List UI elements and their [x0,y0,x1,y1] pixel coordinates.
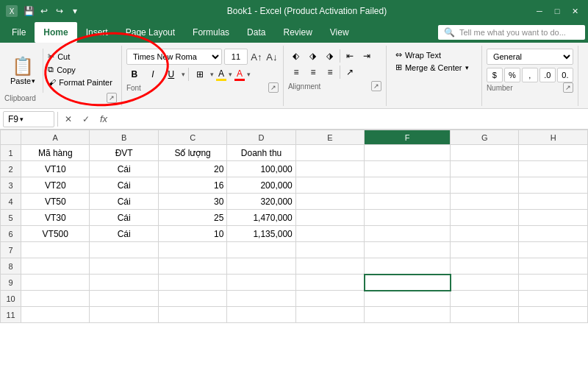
italic-button[interactable]: I [145,66,161,82]
row-header-8[interactable]: 8 [1,258,21,275]
cell-d9[interactable] [227,275,295,291]
cell-b9[interactable] [90,275,158,291]
cell-g2[interactable] [451,161,519,177]
cell-g9[interactable] [451,275,519,291]
row-header-6[interactable]: 6 [1,226,21,242]
row-header-11[interactable]: 11 [1,307,21,323]
cell-f3[interactable] [365,177,451,194]
cell-d10[interactable] [227,291,295,307]
cell-g7[interactable] [451,242,519,258]
cell-h8[interactable] [519,258,588,275]
cell-g6[interactable] [451,226,519,242]
formula-input[interactable] [114,113,585,125]
search-box[interactable]: 🔍 Tell me what you want to do... [438,25,585,40]
cell-b8[interactable] [90,258,158,275]
cell-f7[interactable] [365,242,451,258]
col-header-f[interactable]: F [365,130,451,145]
cell-f9[interactable] [365,275,451,291]
row-header-7[interactable]: 7 [1,242,21,258]
comma-button[interactable]: , [522,68,538,82]
menu-file[interactable]: File [3,22,35,43]
cell-g1[interactable] [451,145,519,161]
cell-a1[interactable]: Mã hàng [21,145,90,161]
close-button[interactable]: ✕ [567,4,582,18]
cell-e11[interactable] [295,307,364,323]
cell-e4[interactable] [295,194,364,210]
confirm-formula-button[interactable]: ✓ [79,112,93,127]
paste-button[interactable]: 📋 Paste ▾ [4,49,41,93]
cell-e6[interactable] [295,226,364,242]
cell-e3[interactable] [295,177,364,194]
currency-button[interactable]: $ [487,68,503,82]
cell-a4[interactable]: VT50 [21,194,90,210]
cell-f2[interactable] [365,161,451,177]
cell-c2[interactable]: 20 [158,161,226,177]
cell-e9[interactable] [295,275,364,291]
row-header-3[interactable]: 3 [1,177,21,194]
format-painter-button[interactable]: 🖌 Format Painter [45,77,115,88]
row-header-1[interactable]: 1 [1,145,21,161]
cell-h1[interactable] [519,145,588,161]
menu-review[interactable]: Review [274,22,320,43]
cell-b4[interactable]: Cái [90,194,158,210]
increase-decimal[interactable]: 0. [557,68,573,82]
underline-button[interactable]: U [163,66,179,82]
cell-f1[interactable] [365,145,451,161]
menu-data[interactable]: Data [238,22,274,43]
align-right[interactable]: ≡ [322,65,338,79]
font-name-select[interactable]: Times New Roma [126,49,222,65]
copy-button[interactable]: ⧉ Copy [45,63,115,76]
cell-g10[interactable] [451,291,519,307]
cell-reference-box[interactable]: F9 ▾ [3,111,54,127]
row-header-5[interactable]: 5 [1,210,21,226]
cell-g8[interactable] [451,258,519,275]
decrease-indent[interactable]: ⇤ [342,49,358,63]
align-left[interactable]: ≡ [288,65,304,79]
cell-b1[interactable]: ĐVT [90,145,158,161]
cell-f8[interactable] [365,258,451,275]
percent-button[interactable]: % [504,68,520,82]
align-center[interactable]: ≡ [305,65,321,79]
font-expand[interactable]: ↗ [268,82,279,93]
cell-b2[interactable]: Cái [90,161,158,177]
cell-g3[interactable] [451,177,519,194]
cell-h2[interactable] [519,161,588,177]
cell-e2[interactable] [295,161,364,177]
border-button[interactable]: ⊞ [192,66,208,82]
menu-page-layout[interactable]: Page Layout [117,22,184,43]
cell-f11[interactable] [365,307,451,323]
cell-f5[interactable] [365,210,451,226]
number-expand[interactable]: ↗ [563,82,573,93]
cell-d3[interactable]: 200,000 [227,177,295,194]
cell-d8[interactable] [227,258,295,275]
minimize-button[interactable]: ─ [532,4,547,18]
cell-h10[interactable] [519,291,588,307]
cell-d1[interactable]: Doanh thu [227,145,295,161]
cell-c3[interactable]: 16 [158,177,226,194]
row-header-10[interactable]: 10 [1,291,21,307]
cell-c10[interactable] [158,291,226,307]
align-top-right[interactable]: ⬗ [322,49,338,63]
cell-g11[interactable] [451,307,519,323]
cell-h7[interactable] [519,242,588,258]
cell-c4[interactable]: 30 [158,194,226,210]
cell-c5[interactable]: 25 [158,210,226,226]
cell-c9[interactable] [158,275,226,291]
cancel-formula-button[interactable]: ✕ [61,112,76,127]
save-icon[interactable]: 💾 [22,4,35,18]
cell-d6[interactable]: 1,135,000 [227,226,295,242]
cell-d7[interactable] [227,242,295,258]
cell-f6[interactable] [365,226,451,242]
clipboard-expand[interactable]: ↗ [107,93,117,103]
orientation-btn[interactable]: ↗ [342,65,358,79]
maximize-button[interactable]: □ [550,4,564,18]
col-header-g[interactable]: G [451,130,519,145]
cell-e10[interactable] [295,291,364,307]
font-size-increase[interactable]: A↑ [250,50,263,63]
cell-a6[interactable]: VT500 [21,226,90,242]
font-size-decrease[interactable]: A↓ [265,50,279,63]
col-header-c[interactable]: C [158,130,226,145]
col-header-d[interactable]: D [227,130,295,145]
redo-icon[interactable]: ↪ [53,4,66,18]
cell-a3[interactable]: VT20 [21,177,90,194]
